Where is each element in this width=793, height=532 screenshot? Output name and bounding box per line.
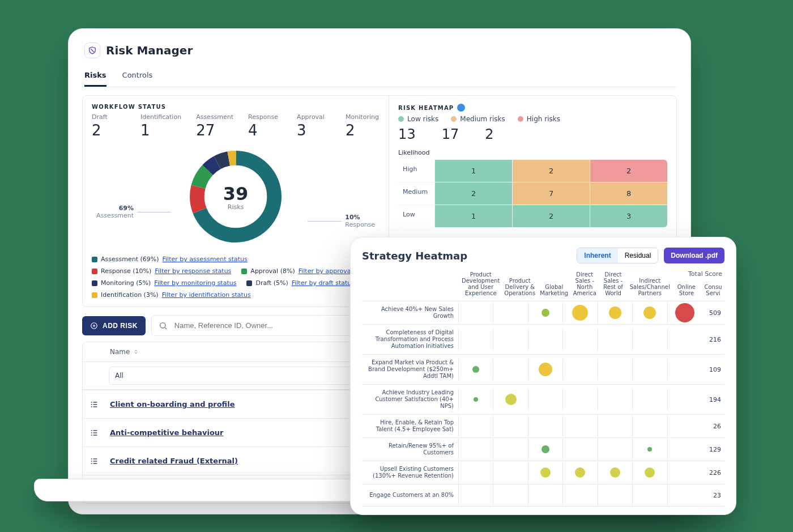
- strategy-columns: Product Development and User ExperienceP…: [362, 269, 724, 299]
- strategy-cell[interactable]: [667, 389, 702, 410]
- legend-item: Low risks: [398, 115, 438, 123]
- page-title: Risk Manager: [106, 44, 193, 57]
- strategy-cell[interactable]: [632, 359, 667, 380]
- heatmap-cell[interactable]: 1: [435, 205, 512, 227]
- filter-link[interactable]: Filter by monitoring status: [154, 279, 236, 287]
- strategy-cell[interactable]: [528, 302, 562, 324]
- strategy-cell[interactable]: [493, 462, 527, 483]
- strategy-cell[interactable]: [632, 329, 667, 350]
- strategy-cell[interactable]: [667, 462, 702, 483]
- strategy-cell[interactable]: [562, 484, 597, 506]
- strategy-cell[interactable]: [528, 439, 562, 460]
- strategy-cell[interactable]: [458, 484, 493, 506]
- strategy-cell[interactable]: [458, 302, 493, 324]
- tab-risks[interactable]: Risks: [84, 65, 106, 87]
- strategy-cell[interactable]: [562, 302, 597, 324]
- strategy-cell[interactable]: [562, 462, 597, 483]
- strategy-cell[interactable]: [493, 484, 527, 506]
- heatmap-cell[interactable]: 1: [435, 160, 512, 182]
- strategy-cell[interactable]: [632, 484, 667, 506]
- bubble: [539, 363, 552, 376]
- strategy-cell[interactable]: [667, 302, 702, 324]
- strategy-column-header: Product Delivery & Operations: [503, 275, 536, 299]
- toggle-residual[interactable]: Residual: [618, 248, 658, 263]
- risk-name-link[interactable]: Credit related Fraud (External): [110, 457, 238, 465]
- strategy-cell[interactable]: [598, 389, 632, 410]
- toggle-inherent[interactable]: Inherent: [577, 248, 617, 263]
- filter-link[interactable]: Filter by response status: [155, 267, 231, 275]
- filter-link[interactable]: Filter by draft status: [292, 279, 355, 287]
- heatmap-cell[interactable]: 7: [513, 182, 590, 205]
- strategy-cell[interactable]: [458, 439, 493, 460]
- strategy-cell[interactable]: [632, 389, 667, 410]
- expand-toggle[interactable]: [83, 392, 103, 417]
- heatmap-cell[interactable]: 2: [435, 182, 512, 205]
- strategy-cell[interactable]: [667, 415, 702, 437]
- strategy-cell[interactable]: [562, 329, 597, 350]
- strategy-cell[interactable]: [493, 302, 527, 324]
- filter-link[interactable]: Filter by identification status: [162, 291, 251, 299]
- workflow-label: Identification: [140, 113, 181, 121]
- tablet-frame: Strategy Heatmap Inherent Residual Downl…: [350, 237, 736, 515]
- heatmap-cell[interactable]: 3: [590, 205, 667, 227]
- strategy-cell[interactable]: [632, 302, 667, 324]
- tab-controls[interactable]: Controls: [122, 65, 153, 87]
- strategy-cell[interactable]: [632, 439, 667, 460]
- bubble: [610, 467, 620, 478]
- strategy-cell[interactable]: [528, 329, 562, 350]
- strategy-cell[interactable]: [562, 439, 597, 460]
- strategy-cell[interactable]: [528, 484, 562, 506]
- strategy-cell[interactable]: [562, 389, 597, 410]
- strategy-cell[interactable]: [667, 329, 702, 350]
- strategy-cell[interactable]: [598, 302, 632, 324]
- th-name[interactable]: Name: [103, 342, 378, 361]
- workflow-title: WORKFLOW STATUS: [92, 104, 380, 110]
- strategy-cell[interactable]: [598, 484, 632, 506]
- heatmap-cell[interactable]: 2: [513, 160, 590, 182]
- strategy-cell[interactable]: [632, 462, 667, 483]
- strategy-cell[interactable]: [598, 359, 632, 380]
- strategy-row-total: 109: [702, 366, 724, 373]
- filter-name[interactable]: All▾: [109, 367, 373, 385]
- strategy-cell[interactable]: [598, 439, 632, 460]
- strategy-cell[interactable]: [458, 329, 493, 350]
- expand-toggle[interactable]: [83, 449, 103, 474]
- heatmap-cell[interactable]: 2: [513, 205, 590, 227]
- info-icon[interactable]: [457, 104, 465, 112]
- strategy-cell[interactable]: [493, 415, 527, 437]
- strategy-cell[interactable]: [458, 462, 493, 483]
- risk-name-link[interactable]: Client on-boarding and profile: [110, 400, 235, 408]
- strategy-cell[interactable]: [528, 389, 562, 410]
- strategy-cell[interactable]: [667, 484, 702, 506]
- strategy-cell[interactable]: [493, 439, 527, 460]
- strategy-cell[interactable]: [667, 359, 702, 380]
- strategy-cell[interactable]: [562, 359, 597, 380]
- sort-icon: [133, 349, 139, 355]
- download-pdf-button[interactable]: Download .pdf: [664, 248, 724, 263]
- heatmap-cell[interactable]: 2: [590, 160, 667, 182]
- strategy-cell[interactable]: [493, 359, 527, 380]
- strategy-cell[interactable]: [562, 415, 597, 437]
- heatmap-cell[interactable]: 8: [590, 182, 667, 205]
- workflow-label: Approval: [297, 113, 331, 121]
- strategy-cell[interactable]: [528, 415, 562, 437]
- strategy-cell[interactable]: [493, 389, 527, 410]
- strategy-cell[interactable]: [632, 415, 667, 437]
- strategy-cell[interactable]: [598, 415, 632, 437]
- add-risk-button[interactable]: ADD RISK: [82, 316, 146, 335]
- strategy-cell[interactable]: [458, 415, 493, 437]
- heatmap-row-label: Low: [398, 205, 434, 227]
- risk-name-link[interactable]: Anti-competitive behaviour: [110, 428, 224, 437]
- heatmap-title: RISK HEATMAP: [398, 105, 454, 111]
- filter-link[interactable]: Filter by assessment status: [163, 256, 248, 263]
- expand-toggle[interactable]: [83, 420, 103, 445]
- strategy-cell[interactable]: [598, 462, 632, 483]
- strategy-cell[interactable]: [598, 329, 632, 350]
- strategy-cell[interactable]: [528, 359, 562, 380]
- strategy-cell[interactable]: [493, 329, 527, 350]
- callout-right-label: Response: [345, 221, 375, 228]
- strategy-cell[interactable]: [458, 359, 493, 380]
- strategy-cell[interactable]: [667, 439, 702, 460]
- strategy-cell[interactable]: [458, 389, 493, 410]
- strategy-cell[interactable]: [528, 462, 562, 483]
